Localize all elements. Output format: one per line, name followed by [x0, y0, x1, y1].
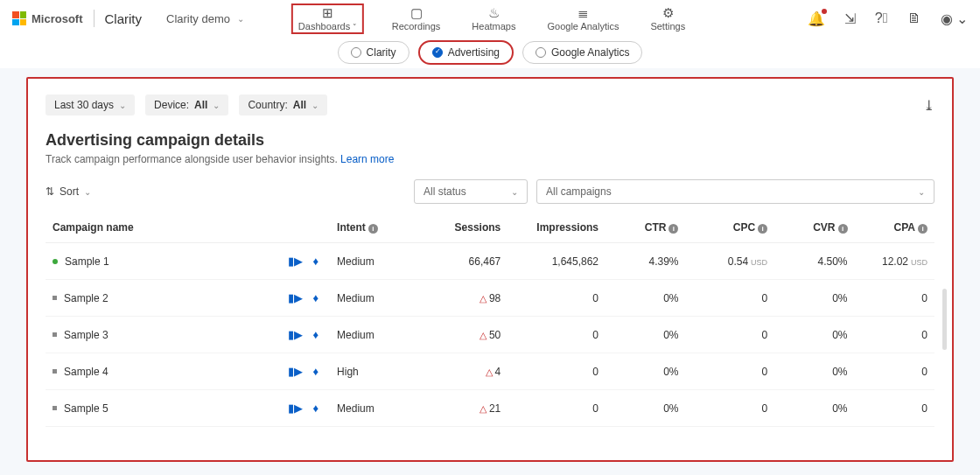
- sort-button[interactable]: ⇅ Sort ⌄: [46, 185, 91, 198]
- recording-icon[interactable]: ▮▶: [288, 255, 303, 268]
- select-value: All campaigns: [546, 185, 612, 198]
- chevron-down-icon: ⌄: [213, 101, 220, 110]
- date-range-filter[interactable]: Last 30 days ⌄: [46, 94, 135, 115]
- campaign-cell: Sample 4: [52, 366, 270, 378]
- cpc-cell: 0.54USD: [685, 243, 774, 280]
- project-selector[interactable]: Clarity demo ⌄: [166, 12, 244, 25]
- project-name: Clarity demo: [166, 12, 230, 25]
- nav-label: Heatmaps: [472, 21, 515, 31]
- chevron-down-icon: ⌄: [918, 187, 925, 197]
- table-row[interactable]: Sample 2 ▮▶ ♦ Medium △98 0 0% 0 0% 0: [46, 280, 934, 317]
- help-icon[interactable]: ?⃝: [875, 10, 888, 26]
- subtab-label: Google Analytics: [551, 46, 629, 59]
- heatmap-icon[interactable]: ♦: [312, 255, 318, 268]
- warning-icon: △: [480, 330, 486, 340]
- recording-icon[interactable]: ▮▶: [288, 365, 303, 378]
- document-icon[interactable]: 🗎: [907, 10, 921, 26]
- table-header-row: Campaign name Intenti Sessions Impressio…: [46, 213, 934, 243]
- col-cpc[interactable]: CPCi: [685, 213, 774, 243]
- subtab-google-analytics[interactable]: Google Analytics: [522, 41, 642, 64]
- recording-icon[interactable]: ▮▶: [288, 402, 303, 415]
- subtab-label: Advertising: [448, 46, 500, 59]
- cpc-cell: 0: [685, 280, 774, 317]
- status-dot-icon: [52, 296, 57, 300]
- intent-cell: High: [330, 353, 419, 390]
- nav-dashboards[interactable]: ⊞ Dashboards: [291, 3, 364, 34]
- status-dot-icon: [52, 406, 57, 410]
- col-intent[interactable]: Intenti: [330, 213, 419, 243]
- learn-more-link[interactable]: Learn more: [340, 153, 394, 165]
- table-row[interactable]: Sample 3 ▮▶ ♦ Medium △50 0 0% 0 0% 0: [46, 317, 934, 353]
- intent-cell: Medium: [330, 280, 419, 317]
- table-row[interactable]: Sample 1 ▮▶ ♦ Medium 66,467 1,645,862 4.…: [46, 243, 934, 280]
- cpc-cell: 0: [685, 317, 774, 353]
- nav-label: Dashboards: [298, 21, 357, 31]
- cpa-cell: 0: [855, 317, 934, 353]
- subtab-advertising[interactable]: Advertising: [418, 40, 514, 65]
- table-controls: ⇅ Sort ⌄ All status ⌄ All campaigns ⌄: [46, 179, 934, 204]
- subtitle-text: Track campaign performance alongside use…: [46, 153, 338, 165]
- nav-google-analytics[interactable]: ≣ Google Analytics: [543, 4, 622, 33]
- notifications-icon[interactable]: 🔔: [808, 10, 825, 27]
- campaign-name: Sample 4: [64, 366, 108, 378]
- campaign-cell: Sample 1: [52, 255, 270, 268]
- info-icon[interactable]: i: [668, 224, 678, 234]
- ctr-cell: 0%: [606, 353, 685, 390]
- heatmap-icon[interactable]: ♦: [312, 328, 318, 341]
- sort-label: Sort: [60, 185, 79, 198]
- table-row[interactable]: Sample 5 ▮▶ ♦ Medium △21 0 0% 0 0% 0: [46, 390, 934, 427]
- nav-heatmaps[interactable]: ♨ Heatmaps: [468, 4, 519, 33]
- info-icon[interactable]: i: [758, 224, 767, 234]
- chevron-down-icon: ⌄: [84, 187, 91, 197]
- cvr-cell: 0%: [774, 280, 854, 317]
- recording-icon[interactable]: ▮▶: [288, 328, 303, 341]
- radio-icon: [351, 47, 361, 58]
- cpc-cell: 0: [685, 390, 774, 427]
- impressions-cell: 0: [508, 317, 606, 353]
- col-cpa[interactable]: CPAi: [855, 213, 934, 243]
- info-icon[interactable]: i: [368, 224, 378, 234]
- country-filter[interactable]: Country: All ⌄: [239, 94, 327, 115]
- filter-value: All: [194, 99, 207, 111]
- impressions-cell: 0: [508, 390, 606, 427]
- status-select[interactable]: All status ⌄: [414, 179, 528, 204]
- user-menu-icon[interactable]: ◉ ⌄: [941, 10, 968, 27]
- nav-settings[interactable]: ⚙ Settings: [647, 4, 689, 33]
- main-nav: ⊞ Dashboards ▢ Recordings ♨ Heatmaps ≣ G…: [291, 0, 689, 37]
- table-row[interactable]: Sample 4 ▮▶ ♦ High △4 0 0% 0 0% 0: [46, 353, 934, 390]
- microsoft-text: Microsoft: [32, 12, 83, 25]
- heatmap-icon[interactable]: ♦: [312, 365, 318, 378]
- campaign-name: Sample 2: [64, 292, 108, 304]
- col-campaign-name[interactable]: Campaign name: [46, 213, 276, 243]
- cvr-cell: 0%: [774, 390, 854, 427]
- col-impressions[interactable]: Impressions: [508, 213, 606, 243]
- filter-label: Last 30 days: [54, 99, 114, 111]
- heatmap-icon[interactable]: ♦: [312, 291, 318, 304]
- campaigns-select[interactable]: All campaigns ⌄: [536, 179, 934, 204]
- top-right-icons: 🔔 ⇲ ?⃝ 🗎 ◉ ⌄: [808, 10, 968, 27]
- download-icon[interactable]: ⤓: [923, 97, 934, 114]
- nav-recordings[interactable]: ▢ Recordings: [388, 4, 444, 33]
- campaign-name: Sample 1: [65, 255, 109, 268]
- cvr-cell: 4.50%: [774, 243, 854, 280]
- col-sessions[interactable]: Sessions: [419, 213, 508, 243]
- share-icon[interactable]: ⇲: [844, 10, 856, 27]
- col-ctr[interactable]: CTRi: [606, 213, 685, 243]
- device-filter[interactable]: Device: All ⌄: [145, 94, 228, 115]
- dashboard-subtabs: Clarity Advertising Google Analytics: [0, 37, 980, 68]
- ctr-cell: 0%: [606, 390, 685, 427]
- info-icon[interactable]: i: [838, 224, 848, 234]
- gear-icon: ⚙: [662, 6, 674, 20]
- scrollbar[interactable]: [942, 289, 947, 350]
- filters-row: Last 30 days ⌄ Device: All ⌄ Country: Al…: [46, 94, 934, 115]
- filter-prefix: Device:: [154, 99, 189, 111]
- filter-prefix: Country:: [248, 99, 287, 111]
- col-cvr[interactable]: CVRi: [774, 213, 854, 243]
- nav-label: Google Analytics: [547, 21, 619, 31]
- subtab-clarity[interactable]: Clarity: [338, 41, 410, 64]
- cpa-cell: 0: [855, 353, 934, 390]
- chevron-down-icon: ⌄: [119, 101, 126, 110]
- recording-icon[interactable]: ▮▶: [288, 291, 303, 304]
- info-icon[interactable]: i: [918, 224, 928, 234]
- heatmap-icon[interactable]: ♦: [312, 402, 318, 415]
